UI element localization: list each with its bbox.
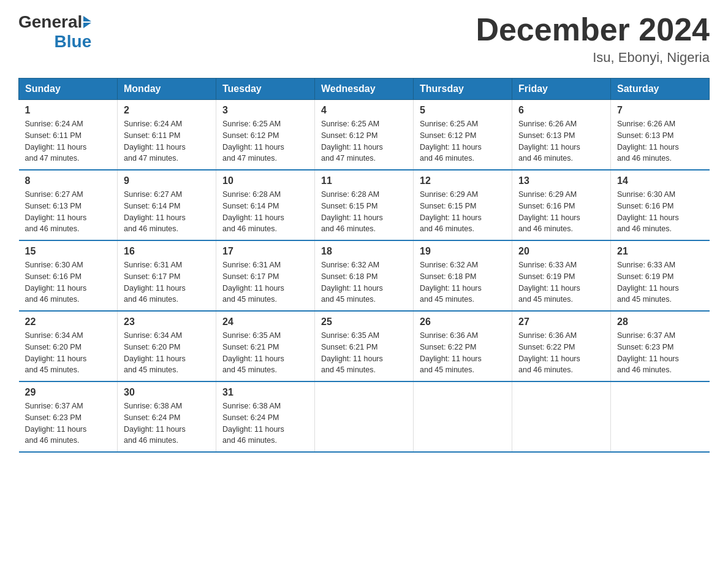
- day-info: Sunrise: 6:33 AMSunset: 6:19 PMDaylight:…: [518, 259, 604, 305]
- month-title: December 2024: [476, 12, 710, 47]
- day-number: 28: [617, 316, 703, 327]
- calendar-cell: [315, 381, 414, 452]
- day-info: Sunrise: 6:32 AMSunset: 6:18 PMDaylight:…: [420, 259, 506, 305]
- day-info: Sunrise: 6:26 AMSunset: 6:13 PMDaylight:…: [617, 118, 703, 164]
- calendar-header-row: SundayMondayTuesdayWednesdayThursdayFrid…: [19, 79, 710, 100]
- calendar-cell: 9 Sunrise: 6:27 AMSunset: 6:14 PMDayligh…: [118, 170, 216, 240]
- day-number: 24: [222, 316, 308, 327]
- day-info: Sunrise: 6:36 AMSunset: 6:22 PMDaylight:…: [518, 330, 604, 376]
- day-info: Sunrise: 6:28 AMSunset: 6:14 PMDaylight:…: [222, 189, 308, 235]
- day-info: Sunrise: 6:29 AMSunset: 6:15 PMDaylight:…: [420, 189, 506, 235]
- calendar-week-2: 8 Sunrise: 6:27 AMSunset: 6:13 PMDayligh…: [19, 170, 710, 240]
- day-number: 31: [222, 387, 308, 398]
- calendar-cell: 31 Sunrise: 6:38 AMSunset: 6:24 PMDaylig…: [216, 381, 315, 452]
- calendar-cell: 8 Sunrise: 6:27 AMSunset: 6:13 PMDayligh…: [19, 170, 118, 240]
- calendar-cell: 27 Sunrise: 6:36 AMSunset: 6:22 PMDaylig…: [512, 311, 611, 381]
- calendar-cell: 15 Sunrise: 6:30 AMSunset: 6:16 PMDaylig…: [19, 240, 118, 311]
- calendar-cell: 23 Sunrise: 6:34 AMSunset: 6:20 PMDaylig…: [118, 311, 216, 381]
- day-info: Sunrise: 6:38 AMSunset: 6:24 PMDaylight:…: [124, 400, 210, 446]
- day-number: 3: [222, 105, 308, 116]
- day-info: Sunrise: 6:37 AMSunset: 6:23 PMDaylight:…: [617, 330, 703, 376]
- day-number: 10: [222, 175, 308, 186]
- day-number: 13: [518, 175, 604, 186]
- logo-blue-text: Blue: [55, 32, 92, 52]
- calendar-cell: 21 Sunrise: 6:33 AMSunset: 6:19 PMDaylig…: [611, 240, 710, 311]
- calendar-cell: 7 Sunrise: 6:26 AMSunset: 6:13 PMDayligh…: [611, 100, 710, 170]
- calendar-cell: 19 Sunrise: 6:32 AMSunset: 6:18 PMDaylig…: [414, 240, 512, 311]
- day-number: 21: [617, 246, 703, 257]
- calendar-table: SundayMondayTuesdayWednesdayThursdayFrid…: [18, 78, 710, 453]
- day-number: 7: [617, 105, 703, 116]
- calendar-week-4: 22 Sunrise: 6:34 AMSunset: 6:20 PMDaylig…: [19, 311, 710, 381]
- logo: General Blue: [18, 12, 91, 52]
- calendar-cell: [512, 381, 611, 452]
- calendar-cell: 20 Sunrise: 6:33 AMSunset: 6:19 PMDaylig…: [512, 240, 611, 311]
- day-number: 2: [124, 105, 210, 116]
- calendar-cell: 25 Sunrise: 6:35 AMSunset: 6:21 PMDaylig…: [315, 311, 414, 381]
- day-number: 22: [25, 316, 112, 327]
- day-info: Sunrise: 6:27 AMSunset: 6:14 PMDaylight:…: [124, 189, 210, 235]
- day-number: 23: [124, 316, 210, 327]
- calendar-cell: 3 Sunrise: 6:25 AMSunset: 6:12 PMDayligh…: [216, 100, 315, 170]
- calendar-cell: 2 Sunrise: 6:24 AMSunset: 6:11 PMDayligh…: [118, 100, 216, 170]
- calendar-cell: 5 Sunrise: 6:25 AMSunset: 6:12 PMDayligh…: [414, 100, 512, 170]
- calendar-cell: 28 Sunrise: 6:37 AMSunset: 6:23 PMDaylig…: [611, 311, 710, 381]
- day-info: Sunrise: 6:35 AMSunset: 6:21 PMDaylight:…: [321, 330, 407, 376]
- day-info: Sunrise: 6:31 AMSunset: 6:17 PMDaylight:…: [124, 259, 210, 305]
- weekday-header-saturday: Saturday: [611, 79, 710, 100]
- weekday-header-friday: Friday: [512, 79, 611, 100]
- day-info: Sunrise: 6:37 AMSunset: 6:23 PMDaylight:…: [25, 400, 112, 446]
- calendar-cell: 22 Sunrise: 6:34 AMSunset: 6:20 PMDaylig…: [19, 311, 118, 381]
- day-number: 19: [420, 246, 506, 257]
- day-number: 29: [25, 387, 112, 398]
- day-info: Sunrise: 6:30 AMSunset: 6:16 PMDaylight:…: [617, 189, 703, 235]
- calendar-cell: 14 Sunrise: 6:30 AMSunset: 6:16 PMDaylig…: [611, 170, 710, 240]
- calendar-cell: 10 Sunrise: 6:28 AMSunset: 6:14 PMDaylig…: [216, 170, 315, 240]
- day-number: 9: [124, 175, 210, 186]
- calendar-cell: 1 Sunrise: 6:24 AMSunset: 6:11 PMDayligh…: [19, 100, 118, 170]
- weekday-header-wednesday: Wednesday: [315, 79, 414, 100]
- calendar-cell: 12 Sunrise: 6:29 AMSunset: 6:15 PMDaylig…: [414, 170, 512, 240]
- weekday-header-tuesday: Tuesday: [216, 79, 315, 100]
- day-info: Sunrise: 6:30 AMSunset: 6:16 PMDaylight:…: [25, 259, 112, 305]
- location-text: Isu, Ebonyi, Nigeria: [476, 50, 710, 66]
- calendar-week-3: 15 Sunrise: 6:30 AMSunset: 6:16 PMDaylig…: [19, 240, 710, 311]
- day-info: Sunrise: 6:28 AMSunset: 6:15 PMDaylight:…: [321, 189, 407, 235]
- calendar-cell: 30 Sunrise: 6:38 AMSunset: 6:24 PMDaylig…: [118, 381, 216, 452]
- calendar-cell: 18 Sunrise: 6:32 AMSunset: 6:18 PMDaylig…: [315, 240, 414, 311]
- calendar-cell: [414, 381, 512, 452]
- day-info: Sunrise: 6:32 AMSunset: 6:18 PMDaylight:…: [321, 259, 407, 305]
- day-number: 25: [321, 316, 407, 327]
- day-info: Sunrise: 6:36 AMSunset: 6:22 PMDaylight:…: [420, 330, 506, 376]
- day-info: Sunrise: 6:25 AMSunset: 6:12 PMDaylight:…: [420, 118, 506, 164]
- day-number: 6: [518, 105, 604, 116]
- day-number: 16: [124, 246, 210, 257]
- day-number: 27: [518, 316, 604, 327]
- day-number: 8: [25, 175, 112, 186]
- calendar-week-1: 1 Sunrise: 6:24 AMSunset: 6:11 PMDayligh…: [19, 100, 710, 170]
- day-info: Sunrise: 6:33 AMSunset: 6:19 PMDaylight:…: [617, 259, 703, 305]
- day-info: Sunrise: 6:34 AMSunset: 6:20 PMDaylight:…: [25, 330, 112, 376]
- day-number: 4: [321, 105, 407, 116]
- weekday-header-thursday: Thursday: [414, 79, 512, 100]
- day-info: Sunrise: 6:26 AMSunset: 6:13 PMDaylight:…: [518, 118, 604, 164]
- day-number: 1: [25, 105, 112, 116]
- calendar-cell: 16 Sunrise: 6:31 AMSunset: 6:17 PMDaylig…: [118, 240, 216, 311]
- day-info: Sunrise: 6:35 AMSunset: 6:21 PMDaylight:…: [222, 330, 308, 376]
- calendar-cell: 17 Sunrise: 6:31 AMSunset: 6:17 PMDaylig…: [216, 240, 315, 311]
- day-info: Sunrise: 6:29 AMSunset: 6:16 PMDaylight:…: [518, 189, 604, 235]
- day-number: 5: [420, 105, 506, 116]
- day-info: Sunrise: 6:31 AMSunset: 6:17 PMDaylight:…: [222, 259, 308, 305]
- day-number: 18: [321, 246, 407, 257]
- calendar-cell: 29 Sunrise: 6:37 AMSunset: 6:23 PMDaylig…: [19, 381, 118, 452]
- day-number: 17: [222, 246, 308, 257]
- day-info: Sunrise: 6:25 AMSunset: 6:12 PMDaylight:…: [321, 118, 407, 164]
- calendar-cell: 4 Sunrise: 6:25 AMSunset: 6:12 PMDayligh…: [315, 100, 414, 170]
- calendar-title-area: December 2024 Isu, Ebonyi, Nigeria: [476, 12, 710, 66]
- day-number: 12: [420, 175, 506, 186]
- day-info: Sunrise: 6:25 AMSunset: 6:12 PMDaylight:…: [222, 118, 308, 164]
- day-number: 11: [321, 175, 407, 186]
- calendar-cell: [611, 381, 710, 452]
- calendar-cell: 11 Sunrise: 6:28 AMSunset: 6:15 PMDaylig…: [315, 170, 414, 240]
- calendar-cell: 24 Sunrise: 6:35 AMSunset: 6:21 PMDaylig…: [216, 311, 315, 381]
